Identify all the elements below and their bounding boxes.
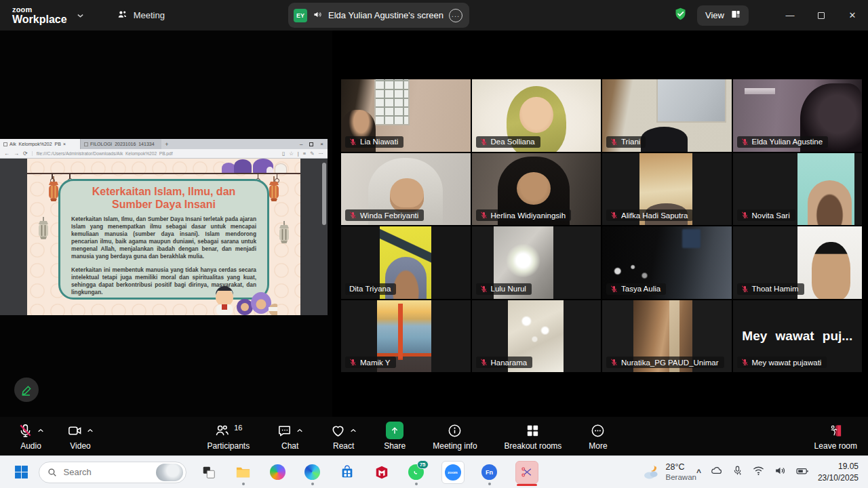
more-options-icon[interactable]: ⋯ (319, 150, 324, 157)
participant-tile-thoat-hamim[interactable]: Thoat Hamim (733, 226, 863, 299)
participant-tile-herlina-widiyaningsih[interactable]: Herlina Widiyaningsih (472, 153, 601, 226)
muted-mic-icon (741, 211, 749, 219)
file-explorer-icon[interactable] (233, 459, 254, 486)
volume-icon[interactable] (774, 464, 787, 480)
new-tab-button[interactable]: + (161, 139, 172, 149)
react-button[interactable]: React (330, 422, 357, 451)
chat-button[interactable]: Chat (277, 422, 303, 451)
battery-icon[interactable] (795, 464, 809, 481)
tray-expand-chevron-icon[interactable]: ^ (696, 468, 701, 477)
participant-name-label: Elda Yulian Agustine (737, 136, 829, 148)
chat-options-caret-icon[interactable] (296, 428, 303, 433)
children-illustration (212, 284, 277, 315)
browser-tab-filologi[interactable]: FILOLOGI_20231016_141334 (80, 139, 161, 149)
participant-tile-mamik-y[interactable]: Mamik Y (341, 300, 471, 373)
info-icon (447, 423, 462, 439)
close-button[interactable]: ✕ (837, 0, 868, 30)
participant-tile-lia-niawati[interactable]: Lia Niawati (341, 79, 471, 152)
audio-button[interactable]: Audio (18, 422, 44, 451)
browser-restore-icon[interactable] (309, 142, 313, 146)
reading-view-icon[interactable]: ▯ (282, 150, 285, 157)
share-button[interactable]: Share (384, 422, 406, 451)
participants-button[interactable]: 16 Participants (207, 422, 250, 451)
annotate-pen-icon[interactable]: ✎ (310, 150, 314, 157)
chevron-down-icon[interactable] (77, 12, 84, 20)
meeting-info-label: Meeting info (433, 441, 477, 451)
zoom-app-icon[interactable]: zoom (441, 459, 465, 486)
tab-close-icon[interactable]: × (63, 142, 66, 146)
taskbar-clock[interactable]: 19.05 23/10/2025 (818, 461, 859, 483)
muted-mic-icon (349, 359, 357, 366)
breakout-rooms-button[interactable]: Breakout rooms (505, 422, 562, 451)
minimize-button[interactable]: — (774, 0, 806, 30)
zoom-workplace-logo: zoom Workplace (12, 6, 67, 25)
tab-options-ellipsis-icon[interactable]: ... (449, 9, 462, 22)
whatsapp-icon[interactable]: 75 (406, 459, 427, 486)
participant-tile-dea-solliana[interactable]: Dea Solliana (472, 79, 601, 152)
participant-tile-nuratika[interactable]: Nuratika_PG PAUD_Unimar (602, 300, 732, 373)
video-options-caret-icon[interactable] (87, 428, 94, 433)
url-text[interactable]: file:///C:/Users/Administrator/Downloads… (32, 151, 278, 156)
muted-mic-icon (741, 359, 749, 366)
task-view-icon[interactable] (199, 459, 219, 486)
meeting-info-button[interactable]: Meeting info (433, 422, 477, 451)
back-icon[interactable]: ← (4, 150, 9, 157)
restore-button[interactable] (806, 0, 837, 30)
participant-tile-novita-sari[interactable]: Novita Sari (733, 153, 863, 226)
taskbar-search-box[interactable] (39, 462, 186, 483)
pdf-scrollbar[interactable] (322, 163, 326, 225)
slide-content-frame: Keterkaitan Islam, Ilmu, dan Sumber Daya… (58, 179, 269, 300)
tab-shared-screen[interactable]: EY Elda Yulian Agustine's screen ... (288, 3, 469, 28)
taskbar-weather-widget[interactable]: 28°C Berawan (642, 462, 696, 483)
audio-options-caret-icon[interactable] (37, 428, 44, 433)
more-button[interactable]: More (589, 422, 607, 451)
browser-tab-pdf[interactable]: Aik_Kelompok%202_PB × (0, 139, 80, 149)
participant-tile-elda-yulian-agustine[interactable]: Elda Yulian Agustine (733, 79, 863, 152)
security-shield-icon[interactable] (673, 7, 688, 24)
search-highlight-image[interactable] (156, 464, 183, 481)
browser-close-icon[interactable]: × (320, 141, 323, 147)
tab-meeting[interactable]: Meeting (117, 9, 165, 22)
edge-browser-icon[interactable] (302, 459, 323, 486)
browser-minimize-icon[interactable]: – (300, 141, 302, 147)
leave-room-label: Leave room (814, 441, 857, 451)
mcafee-icon[interactable] (372, 459, 392, 486)
onedrive-cloud-icon[interactable] (710, 464, 723, 480)
participant-tile-winda-febriyanti[interactable]: Winda Febriyanti (341, 153, 471, 226)
favorite-star-icon[interactable]: ☆ (289, 150, 294, 157)
view-button[interactable]: View (697, 5, 749, 26)
participant-tile-hanarama[interactable]: Hanarama (472, 300, 601, 373)
leave-room-button[interactable]: Leave room (814, 422, 857, 451)
mic-muted-icon (18, 423, 33, 439)
participant-tile-triani[interactable]: Triani (602, 79, 732, 152)
participant-tile-tasya-aulia[interactable]: Tasya Aulia (602, 226, 732, 299)
snipping-tool-icon[interactable] (514, 459, 540, 486)
participant-tile-dita-triyana-active-speaker[interactable]: Dita Triyana (341, 226, 471, 299)
wifi-icon[interactable] (752, 464, 765, 480)
tab-meeting-label: Meeting (134, 10, 165, 20)
start-button[interactable] (14, 459, 29, 486)
muted-mic-icon (610, 211, 618, 219)
participant-name-label: Thoat Hamim (737, 283, 804, 295)
search-input[interactable] (62, 466, 151, 478)
refresh-icon[interactable]: ⟳ (23, 150, 28, 157)
people-icon (117, 9, 128, 22)
microphone-tray-icon[interactable] (732, 465, 743, 479)
participant-tile-lulu-nurul[interactable]: Lulu Nurul (472, 226, 601, 299)
share-screen-icon (386, 422, 403, 439)
participant-tile-mey-wawat-pujawati[interactable]: Mey wawat puj... Mey wawat pujawati (733, 300, 863, 373)
participants-count: 16 (234, 424, 242, 432)
forward-icon[interactable]: → (14, 150, 19, 157)
more-ellipsis-icon (590, 423, 606, 439)
hub-icon[interactable]: ≡ (303, 150, 306, 157)
participant-tile-alifka-hadi-saputra[interactable]: Alifka Hadi Saputra (602, 153, 732, 226)
video-button[interactable]: Video (67, 422, 94, 451)
annotate-button[interactable] (14, 378, 39, 402)
muted-mic-icon (610, 138, 618, 146)
react-options-caret-icon[interactable] (350, 428, 357, 433)
copilot-icon[interactable] (268, 459, 288, 486)
microsoft-store-icon[interactable] (337, 459, 357, 486)
shared-browser-window: Aik_Kelompok%202_PB × FILOLOGI_20231016_… (0, 139, 328, 315)
weather-temp: 28°C (666, 462, 696, 473)
fn-app-icon[interactable]: Fn (479, 459, 500, 486)
